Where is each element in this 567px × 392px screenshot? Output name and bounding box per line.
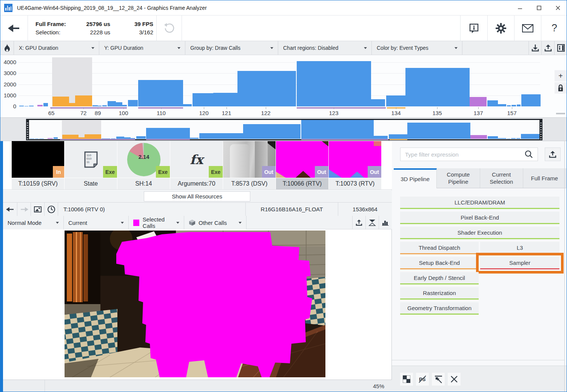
chart-bar[interactable]: [470, 97, 487, 106]
chart-bar[interactable]: [183, 104, 192, 106]
metric-setup-back-end-button[interactable]: Setup Back-End: [400, 257, 479, 269]
chart-regions-dropdown[interactable]: Chart regions: Disabled: [278, 41, 372, 55]
overview-right-handle[interactable]: [539, 119, 542, 140]
chart-bar[interactable]: [29, 106, 34, 106]
group-by-dropdown[interactable]: Group by: Draw Calls: [185, 41, 278, 55]
minimize-button[interactable]: [511, 1, 530, 15]
chart-bar[interactable]: [517, 105, 521, 106]
chart-bar[interactable]: [297, 61, 371, 106]
tab-3d-pipeline[interactable]: 3D Pipeline: [394, 168, 437, 188]
selected-calls-dropdown[interactable]: Selected Calls: [129, 216, 184, 229]
chart-bar[interactable]: [108, 101, 116, 106]
chart-bar[interactable]: [193, 93, 213, 106]
metric-shader-execution-button[interactable]: Shader Execution: [400, 227, 559, 239]
close-button[interactable]: [549, 1, 567, 15]
chart-bar[interactable]: [92, 105, 98, 106]
resource-thumbnail-arguments-70[interactable]: fxExe: [170, 141, 223, 178]
viewer-image-mode-button[interactable]: [31, 203, 45, 216]
chart-bar[interactable]: [75, 95, 92, 106]
chart-bar[interactable]: [69, 103, 75, 106]
export-image-button[interactable]: [352, 216, 365, 229]
y-axis-dropdown[interactable]: Y: GPU Duration: [99, 41, 185, 55]
resource-thumbnail-t-8573-dsv-[interactable]: Out: [223, 141, 276, 178]
resource-label[interactable]: Arguments:70: [170, 178, 223, 189]
corner-origin-button[interactable]: [432, 373, 445, 386]
help-button[interactable]: ?: [541, 15, 567, 41]
chart-bar[interactable]: [43, 103, 48, 106]
chart-bar[interactable]: [237, 71, 296, 106]
chart-bar[interactable]: [52, 97, 69, 106]
metric-early-depth-stencil-button[interactable]: Early Depth / Stencil: [400, 272, 479, 284]
resource-label[interactable]: SH:14: [117, 178, 170, 189]
metric-sampler-button[interactable]: Sampler: [480, 257, 559, 269]
settings-button[interactable]: [488, 15, 514, 41]
metric-llc-edram-dram-button[interactable]: LLC/EDRAM/DRAM: [400, 197, 559, 209]
view-mode-dropdown[interactable]: Normal Mode: [3, 216, 64, 229]
disable-shader-button[interactable]: PS: [416, 373, 429, 386]
contact-button[interactable]: [515, 15, 541, 41]
gpu-duration-chart[interactable]: 0100020003000400065728910011012012112212…: [0, 55, 567, 117]
chart-bar[interactable]: [102, 105, 107, 106]
checkerboard-toggle-button[interactable]: [400, 373, 413, 386]
chart-bar[interactable]: [498, 104, 506, 106]
chart-bar[interactable]: [98, 106, 102, 106]
metric-geometry-transformation-button[interactable]: Geometry Transformation: [400, 302, 479, 315]
maximize-button[interactable]: [530, 1, 549, 15]
resource-label[interactable]: T:10073 (RTV): [329, 178, 381, 189]
resource-thumbnail-t-10073-rtv-[interactable]: Out: [329, 141, 381, 178]
chart-details-button[interactable]: [555, 41, 567, 55]
chart-bar[interactable]: [25, 106, 28, 106]
chart-bar[interactable]: [138, 80, 183, 106]
chart-bar[interactable]: [371, 99, 385, 106]
chart-bar[interactable]: [122, 105, 127, 106]
flip-image-button[interactable]: [365, 216, 379, 229]
export-chart-button[interactable]: [542, 41, 555, 55]
metric-thread-dispatch-button[interactable]: Thread Dispatch: [400, 242, 479, 254]
back-button[interactable]: [0, 15, 28, 41]
chart-overview-strip[interactable]: [0, 117, 567, 141]
hotspot-toggle[interactable]: [0, 41, 14, 55]
chart-bar[interactable]: [512, 105, 516, 106]
export-metrics-button[interactable]: [545, 148, 561, 161]
resource-label[interactable]: T:8573 (DSV): [223, 178, 276, 189]
chart-zoom-out-button[interactable]: [556, 113, 565, 114]
viewer-back-button[interactable]: [3, 203, 17, 216]
chart-bar[interactable]: [128, 100, 138, 106]
overview-left-handle[interactable]: [26, 119, 29, 140]
resource-thumbnail-t-10066-rtv-[interactable]: Out: [276, 141, 328, 178]
import-chart-button[interactable]: [529, 41, 542, 55]
chart-bar[interactable]: [405, 68, 470, 106]
tab-compute-pipeline[interactable]: Compute Pipeline: [437, 168, 480, 188]
chart-bar[interactable]: [386, 95, 405, 106]
x-axis-dropdown[interactable]: X: GPU Duration: [14, 41, 99, 55]
clear-selection-button[interactable]: [448, 373, 461, 386]
overview-selection-frame[interactable]: [26, 119, 542, 140]
resource-thumbnail-sh-14[interactable]: 2.14Exe: [117, 141, 170, 178]
resource-thumbnail-t-10159-srv-[interactable]: In: [12, 141, 64, 178]
tab-current-selection[interactable]: Current Selection: [480, 168, 523, 188]
resource-label[interactable]: State: [65, 178, 117, 189]
chart-bar[interactable]: [19, 106, 24, 106]
other-calls-dropdown[interactable]: Other Calls: [184, 216, 247, 229]
filter-input[interactable]: [400, 148, 538, 161]
resource-label[interactable]: T:10066 (RTV): [276, 178, 328, 189]
chart-bar[interactable]: [507, 105, 511, 106]
metric-l3-button[interactable]: L3: [480, 242, 559, 254]
resource-thumbnail-state[interactable]: 11001011Exe: [65, 141, 117, 178]
chart-bar[interactable]: [37, 105, 43, 106]
buffer-dropdown[interactable]: Current: [64, 216, 129, 229]
undo-button[interactable]: [157, 15, 182, 41]
chart-bar[interactable]: [521, 94, 541, 106]
feedback-button[interactable]: [461, 15, 487, 41]
chart-lock-button[interactable]: [555, 82, 567, 94]
chart-bar[interactable]: [213, 93, 237, 106]
chart-bar[interactable]: [487, 100, 498, 106]
viewer-history-button[interactable]: [45, 203, 58, 216]
metric-pixel-back-end-button[interactable]: Pixel Back-End: [400, 212, 559, 224]
render-target-image[interactable]: [65, 231, 325, 377]
color-by-dropdown[interactable]: Color by: Event Types: [372, 41, 462, 55]
histogram-button[interactable]: [379, 216, 392, 229]
chart-zoom-in-button[interactable]: +: [555, 70, 567, 81]
tab-full-frame[interactable]: Full Frame: [523, 168, 566, 188]
show-all-resources-button[interactable]: Show All Resources: [144, 191, 250, 201]
